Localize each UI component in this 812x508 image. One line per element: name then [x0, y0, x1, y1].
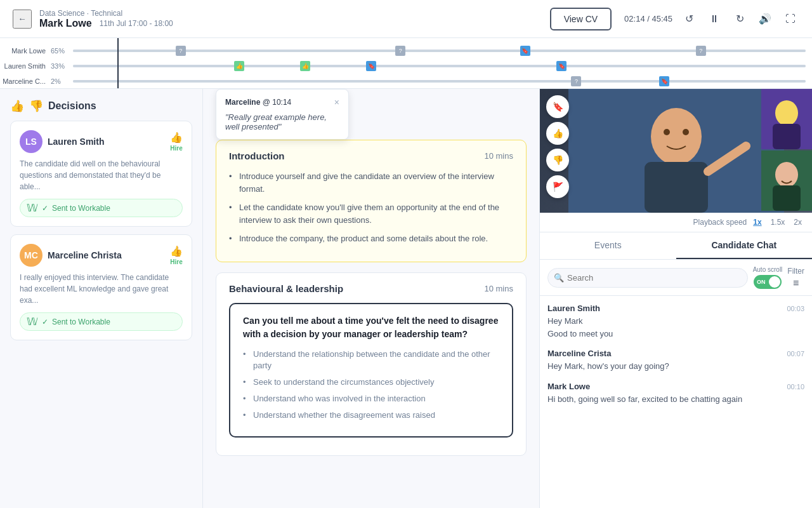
tl-name-2: Lauren Smith	[0, 62, 51, 70]
search-input[interactable]	[547, 268, 748, 288]
timeline-cursor	[117, 38, 119, 88]
svg-rect-11	[773, 185, 801, 211]
chat-msg-1: Marceline Crista 00:07 Hey Mark, how's y…	[547, 349, 804, 373]
chat-msg-header-0: Lauren Smith 00:03	[547, 304, 804, 313]
intro-bullets: Introduce yourself and give the candidat…	[229, 170, 513, 245]
right-panel: 🔖 👍 👎 🚩	[539, 89, 812, 508]
tabs-row: Events Candidate Chat	[540, 232, 812, 260]
thumbup-video-btn[interactable]: 👍	[546, 122, 569, 145]
tooltip-header: Marceline @ 10:14 ×	[225, 97, 339, 107]
hire-badge-marceline: 👍 Hire	[170, 245, 183, 265]
guidance-1: Understand the relationship between the …	[243, 349, 499, 371]
pause-icon[interactable]: ⏸	[705, 10, 723, 28]
svg-rect-2	[645, 162, 708, 213]
sent-badge-lauren: 𝕎 ✓ Sent to Workable	[20, 199, 183, 217]
chat-msg-2: Mark Lowe 00:10 Hi both, going well so f…	[547, 382, 804, 406]
behavioural-header: Behavioural & leadership 10 mins	[229, 283, 513, 294]
tooltip-author-name: Marceline	[225, 98, 260, 107]
hire-label-lauren: Hire	[170, 145, 182, 152]
tl-pct-2: 33%	[51, 62, 73, 70]
tl-track-2: 👍 👍 🔖 🔖	[73, 65, 806, 67]
tl-icon-bm4[interactable]: 🔖	[659, 76, 669, 86]
filter-label: Filter	[787, 267, 804, 276]
forward-icon[interactable]: ↻	[731, 10, 749, 28]
bookmark-video-btn[interactable]: 🔖	[546, 95, 569, 118]
timeline-section: Mark Lowe 65% ? ? 🔖 ? Lauren Smith 33% 👍…	[0, 38, 812, 89]
auto-scroll-label: Auto scroll	[753, 266, 783, 273]
speed-1-5x[interactable]: 1.5x	[768, 217, 788, 228]
video-svg	[568, 89, 784, 213]
flag-video-btn[interactable]: 🚩	[546, 175, 569, 198]
speed-2x[interactable]: 2x	[791, 217, 804, 228]
tl-icon-up1[interactable]: 👍	[234, 61, 244, 71]
thumbs-down-icon: 👎	[29, 99, 43, 113]
card-name-lauren: Lauren Smith	[48, 137, 165, 147]
role-label: Data Science · Technical	[39, 9, 550, 18]
tl-name-3: Marceline C...	[0, 77, 51, 85]
search-input-wrap: 🔍	[547, 268, 748, 288]
msg-text-2-0: Hi both, going well so far, excited to b…	[547, 393, 804, 406]
tl-icon-q3[interactable]: ?	[696, 46, 706, 56]
tl-icon-q1[interactable]: ?	[176, 46, 186, 56]
svg-point-4	[664, 129, 670, 135]
check-icon-lauren: ✓	[42, 204, 48, 213]
card-header-lauren: LS Lauren Smith 👍 Hire	[20, 130, 183, 153]
view-cv-button[interactable]: View CV	[550, 8, 612, 30]
interview-time: 11th Jul 17:00 - 18:00	[100, 19, 173, 28]
volume-icon[interactable]: 🔊	[756, 10, 774, 28]
guidance-3: Understand who was involved in the inter…	[243, 393, 499, 404]
tl-icon-bm1[interactable]: 🔖	[520, 46, 530, 56]
intro-header: Introduction 10 mins	[229, 150, 513, 161]
fullscreen-icon[interactable]: ⛶	[782, 10, 799, 28]
tab-events[interactable]: Events	[540, 232, 676, 259]
tooltip-quote: "Really great example here, well present…	[225, 112, 339, 131]
workable-icon-lauren: 𝕎	[27, 202, 38, 214]
decisions-title: Decisions	[48, 100, 96, 112]
tl-icon-up2[interactable]: 👍	[300, 61, 310, 71]
workable-icon-marceline: 𝕎	[27, 316, 38, 328]
card-name-marceline: Marceline Christa	[48, 250, 165, 260]
tooltip-author: Marceline @ 10:14	[225, 98, 291, 107]
msg-sender-0: Lauren Smith	[547, 304, 600, 313]
msg-time-2: 00:10	[787, 383, 804, 391]
behavioural-title: Behavioural & leadership	[229, 283, 343, 294]
tl-icon-q4[interactable]: ?	[571, 76, 581, 86]
thumbdown-video-btn[interactable]: 👎	[546, 149, 569, 171]
hire-thumb-marceline: 👍	[170, 245, 183, 257]
main-layout: 👍 👎 Decisions LS Lauren Smith 👍 Hire The…	[0, 89, 812, 508]
msg-sender-2: Mark Lowe	[547, 382, 590, 391]
playback-speed-bar: Playback speed 1x 1.5x 2x	[540, 213, 812, 232]
rewind-icon[interactable]: ↺	[680, 10, 698, 28]
search-icon: 🔍	[554, 273, 564, 283]
behavioural-section: Behavioural & leadership 10 mins Can you…	[216, 272, 527, 457]
header-title: Data Science · Technical Mark Lowe 11th …	[39, 9, 550, 29]
tab-candidate-chat[interactable]: Candidate Chat	[676, 232, 813, 259]
msg-text-0-0: Hey Mark	[547, 315, 804, 328]
pip-placeholder-1	[761, 89, 812, 149]
header-controls: 02:14 / 45:45 ↺ ⏸ ↻ 🔊 ⛶	[624, 10, 799, 28]
check-icon-marceline: ✓	[42, 318, 48, 326]
back-button[interactable]: ←	[13, 10, 32, 29]
chat-msg-header-2: Mark Lowe 00:10	[547, 382, 804, 391]
tl-icon-bm2[interactable]: 🔖	[366, 61, 376, 71]
tl-pct-3: 2%	[51, 77, 73, 85]
tl-icon-bm3[interactable]: 🔖	[556, 61, 566, 71]
timeline-row: Lauren Smith 33% 👍 👍 🔖 🔖	[0, 58, 812, 74]
speed-1x[interactable]: 1x	[750, 217, 764, 228]
playback-label: Playback speed	[693, 218, 747, 227]
hire-badge-lauren: 👍 Hire	[170, 131, 183, 152]
card-text-marceline: I really enjoyed this interview. The can…	[20, 272, 183, 306]
tooltip-close-button[interactable]: ×	[334, 97, 339, 107]
msg-text-0-1: Good to meet you	[547, 328, 804, 340]
tl-icon-q2[interactable]: ?	[395, 46, 405, 56]
svg-point-5	[683, 129, 689, 135]
timer-display: 02:14 / 45:45	[624, 14, 672, 23]
auto-scroll-wrap: Auto scroll ON	[753, 266, 783, 289]
filter-icon[interactable]: ≡	[793, 277, 799, 289]
card-header-marceline: MC Marceline Christa 👍 Hire	[20, 244, 183, 267]
auto-scroll-toggle[interactable]: ON	[754, 275, 782, 289]
left-panel: 👍 👎 Decisions LS Lauren Smith 👍 Hire The…	[0, 89, 203, 508]
hire-label-marceline: Hire	[170, 258, 182, 265]
card-text-lauren: The candidate did well on the behavioura…	[20, 158, 183, 192]
toggle-on-text: ON	[757, 279, 766, 285]
